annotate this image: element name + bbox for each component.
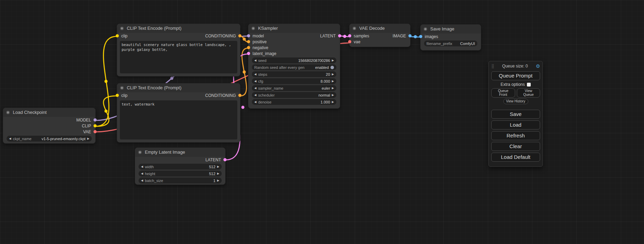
widget-ckpt-name[interactable]: ◀ ckpt_name v1-5-pruned-emaonly.ckpt ▶ [7,136,92,142]
node-ksampler[interactable]: KSampler model positive negative latent_… [248,24,340,109]
wire-midpoint-dot [243,71,246,74]
node-titlebar[interactable]: CLIP Text Encode (Prompt) [117,24,240,33]
negative-prompt-textarea[interactable]: text, watermark [120,100,237,139]
increment-arrow-icon[interactable]: ▶ [332,57,334,63]
widget-cfg[interactable]: ◀ cfg 8.000 ▶ [252,78,336,84]
collapse-dot-icon[interactable] [353,27,356,30]
load-default-button[interactable]: Load Default [491,153,540,162]
node-titlebar[interactable]: Load Checkpoint [3,108,95,117]
node-load-checkpoint[interactable]: Load Checkpoint MODEL CLIP VAE ◀ ckpt_na… [3,108,96,144]
load-button[interactable]: Load [491,120,540,129]
output-slot-clip[interactable] [94,124,97,127]
extra-options-checkbox[interactable] [527,83,531,87]
widget-label: Random seed after every gen [254,65,305,70]
increment-arrow-icon[interactable]: ▶ [332,92,334,98]
queue-panel[interactable]: ⣿ Queue size: 0 ⚙ Queue Prompt Extra opt… [488,61,543,167]
input-slot-label: model [253,34,264,38]
decrement-arrow-icon[interactable]: ◀ [254,57,256,63]
widget-steps[interactable]: ◀ steps 20 ▶ [252,71,336,77]
wire-midpoint-dot [105,110,108,113]
collapse-dot-icon[interactable] [120,27,124,30]
decrement-arrow-icon[interactable]: ◀ [254,92,256,98]
wire-midpoint-dot [241,106,245,109]
widget-value: normal [318,93,330,97]
output-slot-latent[interactable] [223,158,227,161]
collapse-dot-icon[interactable] [120,86,124,90]
input-slot-samples[interactable] [348,34,351,37]
output-slot-image[interactable] [408,34,412,37]
input-slot-clip[interactable] [116,94,119,97]
queue-front-button[interactable]: Queue Front [491,88,515,98]
node-clip-text-encode-negative[interactable]: CLIP Text Encode (Prompt) clip CONDITION… [117,83,240,143]
decrement-arrow-icon[interactable]: ◀ [141,171,143,177]
input-slot-clip[interactable] [116,34,119,37]
widget-scheduler[interactable]: ◀ scheduler normal ▶ [252,92,336,98]
node-title: CLIP Text Encode (Prompt) [127,85,182,90]
output-slot-conditioning[interactable] [238,34,241,37]
input-slot-negative[interactable] [247,46,250,49]
positive-prompt-textarea[interactable]: beautiful scenery nature glass bottle la… [120,41,237,73]
collapse-dot-icon[interactable] [6,111,10,114]
decrement-arrow-icon[interactable]: ◀ [254,71,256,77]
node-titlebar[interactable]: KSampler [248,24,340,33]
clear-button[interactable]: Clear [491,142,540,151]
increment-arrow-icon[interactable]: ▶ [217,178,219,183]
decrement-arrow-icon[interactable]: ◀ [141,164,143,170]
save-button[interactable]: Save [491,110,540,119]
increment-arrow-icon[interactable]: ▶ [217,171,219,177]
widget-batch-size[interactable]: ◀ batch_size 1 ▶ [139,178,222,183]
view-queue-button[interactable]: View Queue [517,88,540,98]
increment-arrow-icon[interactable]: ▶ [87,136,89,142]
widget-label: filename_prefix [426,42,452,46]
widget-filename-prefix[interactable]: filename_prefix ComfyUI [424,40,477,46]
increment-arrow-icon[interactable]: ▶ [332,85,334,91]
output-slot-model[interactable] [94,118,97,121]
widget-value: ComfyUI [460,42,475,46]
queue-size-label: Queue size: 0 [502,64,528,69]
output-slot-conditioning[interactable] [238,94,241,97]
output-slot-latent[interactable] [338,34,341,37]
node-titlebar[interactable]: Empty Latent Image [135,148,225,157]
increment-arrow-icon[interactable]: ▶ [332,71,334,77]
node-save-image[interactable]: Save Image images filename_prefix ComfyU… [420,24,481,51]
settings-gear-icon[interactable]: ⚙ [536,63,540,69]
node-titlebar[interactable]: VAE Decode [350,24,410,33]
input-slot-images[interactable] [419,35,422,38]
collapse-dot-icon[interactable] [252,27,255,30]
widget-height[interactable]: ◀ height 512 ▶ [139,171,222,177]
input-slot-latent-image[interactable] [247,52,250,55]
collapse-dot-icon[interactable] [424,27,427,31]
output-slot-label: LATENT [320,34,336,38]
decrement-arrow-icon[interactable]: ◀ [254,78,256,84]
queue-prompt-button[interactable]: Queue Prompt [491,71,540,80]
drag-handle-icon[interactable]: ⣿ [491,64,494,69]
collapse-dot-icon[interactable] [138,151,142,154]
node-canvas[interactable]: Load Checkpoint MODEL CLIP VAE ◀ ckpt_na… [0,0,644,244]
input-slot-vae[interactable] [348,40,351,43]
increment-arrow-icon[interactable]: ▶ [332,99,334,105]
wire-image [411,37,420,37]
view-history-button[interactable]: View History [503,99,528,104]
node-clip-text-encode-positive[interactable]: CLIP Text Encode (Prompt) clip CONDITION… [117,24,240,76]
input-slot-label: clip [121,34,127,38]
decrement-arrow-icon[interactable]: ◀ [254,85,256,91]
widget-sampler-name[interactable]: ◀ sampler_name euler ▶ [252,85,336,91]
node-titlebar[interactable]: CLIP Text Encode (Prompt) [117,83,240,92]
increment-arrow-icon[interactable]: ▶ [217,164,219,170]
widget-denoise[interactable]: ◀ denoise 1.000 ▶ [252,99,336,105]
widget-width[interactable]: ◀ width 512 ▶ [139,164,222,170]
refresh-button[interactable]: Refresh [491,131,540,140]
input-slot-positive[interactable] [247,40,250,43]
node-titlebar[interactable]: Save Image [421,25,481,34]
node-vae-decode[interactable]: VAE Decode samples vae IMAGE [349,24,411,47]
decrement-arrow-icon[interactable]: ◀ [9,136,11,142]
node-empty-latent-image[interactable]: Empty Latent Image LATENT ◀ width 512 ▶ … [135,147,226,185]
widget-random-seed-toggle[interactable]: Random seed after every gen enabled [252,64,336,70]
increment-arrow-icon[interactable]: ▶ [332,78,334,84]
output-slot-vae[interactable] [94,130,97,133]
widget-seed[interactable]: ◀ seed 156680208700286 ▶ [252,57,336,63]
decrement-arrow-icon[interactable]: ◀ [254,99,256,105]
toggle-icon[interactable] [330,66,334,69]
decrement-arrow-icon[interactable]: ◀ [141,178,143,183]
input-slot-model[interactable] [247,34,250,37]
